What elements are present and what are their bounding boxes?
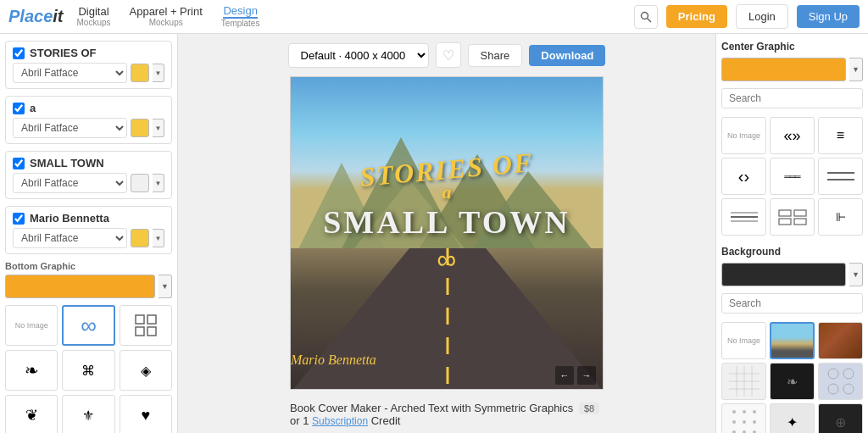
bottom-graphic-color-arrow[interactable]: ▼ <box>159 275 172 298</box>
layer1-color-dropdown[interactable]: ▼ <box>153 64 164 82</box>
svg-point-35 <box>732 420 736 424</box>
credit-text: Credit <box>371 414 401 427</box>
book-cover-wrapper: STORIES OF a SMALL TOWN ∞ Mario Bennetta… <box>290 76 604 390</box>
svg-point-28 <box>828 369 838 379</box>
background-color-arrow[interactable]: ▼ <box>849 263 863 286</box>
text-layer-2: Abril Fatface ▼ <box>5 96 172 144</box>
layer1-text-input[interactable] <box>30 47 164 59</box>
layer2-text-input[interactable] <box>30 102 164 114</box>
layer1-checkbox[interactable] <box>13 47 25 59</box>
svg-rect-5 <box>147 327 156 336</box>
layer1-color-swatch[interactable] <box>131 64 149 82</box>
layer4-text-input[interactable] <box>30 212 164 225</box>
bottom-graphic-swirl2[interactable]: ⚜ <box>62 395 114 433</box>
center-graphic-bars[interactable] <box>770 198 815 236</box>
center-graphic-label: Center Graphic <box>721 41 863 53</box>
svg-rect-4 <box>136 327 144 336</box>
layer3-color-swatch[interactable] <box>131 174 149 192</box>
bottom-graphic-color-row: ▼ <box>5 275 172 298</box>
bg-circles[interactable] <box>818 363 863 400</box>
bottom-graphic-color-bar[interactable] <box>5 275 155 298</box>
layer2-font-select[interactable]: Abril Fatface <box>13 118 127 138</box>
login-button[interactable]: Login <box>736 4 788 29</box>
bottom-graphic-swirl1[interactable]: ⌘ <box>62 350 114 391</box>
layer3-text-input[interactable] <box>30 157 164 169</box>
background-label: Background <box>721 246 863 258</box>
bg-ornate[interactable]: ❧ <box>770 363 815 400</box>
center-graphic-arrows[interactable]: «» <box>770 117 815 154</box>
logo-it: it <box>53 7 63 26</box>
logo[interactable]: Placeit <box>8 7 63 26</box>
layer2-checkbox[interactable] <box>13 103 25 114</box>
bg-dots[interactable] <box>721 403 766 433</box>
cover-title-small-town: SMALL TOWN <box>323 203 570 241</box>
bottom-graphic-infinity[interactable]: ∞ <box>62 305 114 346</box>
bottom-graphic-no-image[interactable]: No Image <box>5 305 58 346</box>
pricing-button[interactable]: Pricing <box>666 5 727 28</box>
center-graphic-color-bar[interactable] <box>721 58 846 81</box>
background-search[interactable] <box>721 293 863 314</box>
bottom-graphic-diamond1[interactable]: ◈ <box>120 350 172 391</box>
cover-prev-button[interactable]: ← <box>555 366 574 385</box>
right-panel: Center Graphic ▼ No Image «» ≡ ‹› ═══ ⊩ … <box>715 34 868 433</box>
size-select[interactable]: Default · 4000 x 4000 <box>288 43 429 68</box>
signup-button[interactable]: Sign Up <box>797 5 860 28</box>
search-icon[interactable] <box>634 5 658 29</box>
cover-next-button[interactable]: → <box>577 366 596 385</box>
bg-wood-item[interactable] <box>818 322 863 359</box>
svg-point-34 <box>753 410 756 414</box>
bg-pattern2[interactable]: ✦ <box>770 403 815 433</box>
center-graphic-arrow[interactable]: ‹› <box>721 158 766 195</box>
svg-rect-21 <box>794 219 806 225</box>
center-graphic-color-row: ▼ <box>721 58 863 81</box>
bottom-graphic-label: Bottom Graphic <box>5 261 172 271</box>
svg-point-32 <box>732 410 736 414</box>
text-layer-3: Abril Fatface ▼ <box>5 151 172 199</box>
center-graphic-color-arrow[interactable]: ▼ <box>849 58 863 81</box>
bg-dark-pattern[interactable]: ⊕ <box>818 403 863 433</box>
bottom-graphic-heart[interactable]: ♥ <box>120 395 172 433</box>
description-title: Book Cover Maker - Arched Text with Symm… <box>290 402 573 414</box>
center-graphic-lines4[interactable] <box>721 198 766 236</box>
favorite-button[interactable]: ♡ <box>436 42 461 68</box>
center-graphic-lines1[interactable]: ≡ <box>818 117 863 154</box>
download-button[interactable]: Download <box>529 45 605 66</box>
background-color-bar[interactable] <box>721 263 846 286</box>
layer3-checkbox[interactable] <box>13 158 25 169</box>
nav-digital[interactable]: Digital Mockups <box>71 6 115 27</box>
bg-no-image[interactable]: No Image <box>721 322 766 359</box>
share-button[interactable]: Share <box>468 44 523 67</box>
svg-point-29 <box>843 369 854 379</box>
layer4-color-swatch[interactable] <box>131 229 149 247</box>
layer3-font-select[interactable]: Abril Fatface <box>13 173 127 193</box>
svg-point-37 <box>753 420 756 424</box>
center-graphic-lines3[interactable] <box>818 158 863 195</box>
center-graphic-ruler[interactable]: ⊩ <box>818 198 863 236</box>
center-graphic-no-image[interactable]: No Image <box>721 117 766 154</box>
center-graphic-search[interactable] <box>721 88 863 108</box>
bg-pattern-white[interactable] <box>721 363 766 400</box>
layer2-color-swatch[interactable] <box>131 119 149 137</box>
subscription-link[interactable]: Subscription <box>312 415 368 427</box>
background-color-row: ▼ <box>721 263 863 286</box>
nav-apparel[interactable]: Apparel + Print Mockups <box>125 6 208 27</box>
svg-point-36 <box>743 420 746 424</box>
layer4-color-dropdown[interactable]: ▼ <box>153 229 164 247</box>
layer4-checkbox[interactable] <box>13 213 25 225</box>
center-graphic-grid: No Image «» ≡ ‹› ═══ ⊩ <box>721 117 863 236</box>
bottom-graphic-floral2[interactable]: ❦ <box>5 395 58 433</box>
center-graphic-lines2[interactable]: ═══ <box>770 158 815 195</box>
layer1-font-select[interactable]: Abril Fatface <box>13 63 127 83</box>
bottom-graphic-grid-item[interactable] <box>120 305 172 346</box>
bg-road-item[interactable] <box>770 322 815 359</box>
toolbar: Default · 4000 x 4000 ♡ Share Download <box>288 42 606 68</box>
layer4-font-select[interactable]: Abril Fatface <box>13 228 127 248</box>
layer2-color-dropdown[interactable]: ▼ <box>153 119 164 137</box>
text-layer-1: Abril Fatface ▼ <box>5 41 172 89</box>
cover-overlay: STORIES OF a SMALL TOWN ∞ <box>291 77 603 389</box>
text-layer-4: Abril Fatface ▼ <box>5 206 172 254</box>
svg-point-0 <box>641 12 648 19</box>
layer3-color-dropdown[interactable]: ▼ <box>153 174 164 192</box>
bottom-graphic-floral1[interactable]: ❧ <box>5 350 58 391</box>
nav-design[interactable]: Design Templates <box>216 5 265 28</box>
